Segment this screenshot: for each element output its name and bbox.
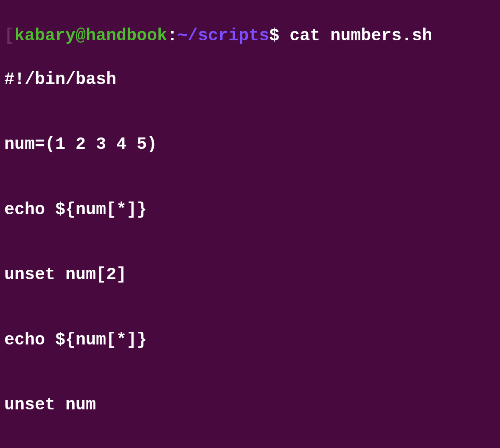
prompt-userhost: kabary@handbook (14, 26, 167, 45)
prompt-tilde: ~ (177, 26, 188, 45)
prompt-path: /scripts (188, 26, 269, 45)
terminal[interactable]: [kabary@handbook:~/scripts$ cat numbers.… (0, 0, 500, 448)
file-line: #!/bin/bash (4, 69, 497, 90)
file-line: echo ${num[*]} (4, 199, 497, 221)
command-cat-text: cat numbers.sh (289, 26, 432, 45)
prompt-line-1: [kabary@handbook:~/scripts$ cat numbers.… (4, 25, 497, 47)
file-line: unset num[2] (4, 264, 497, 286)
prompt-dollar: $ (269, 26, 279, 45)
prompt-colon: : (167, 26, 177, 45)
file-line: num=(1 2 3 4 5) (4, 134, 497, 155)
command-cat (279, 26, 289, 45)
file-line: echo ${num[*]} (4, 329, 497, 351)
file-line: unset num (4, 394, 497, 416)
bracket-open: [ (4, 26, 14, 45)
